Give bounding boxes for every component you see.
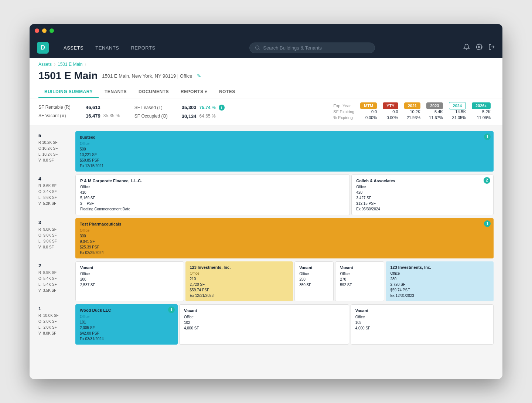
breadcrumb-assets[interactable]: Assets <box>38 62 52 67</box>
unit-2-0[interactable]: VacantOffice2002,537 SF <box>75 261 184 302</box>
tab-tenants[interactable]: TENANTS <box>99 86 133 98</box>
gear-icon[interactable] <box>476 44 482 52</box>
unit-2-2[interactable]: VacantOffice250350 SF <box>294 261 334 302</box>
sf-vacant-row: SF Vacant (V) 16,479 35.35 % <box>38 113 120 119</box>
unit-sub-2-1-2: 2,720 SF <box>190 282 289 287</box>
unit-name-2-2: Vacant <box>299 265 329 271</box>
unit-sub-4-1-1: 420 <box>356 190 489 195</box>
badge-2024[interactable]: 2024 <box>449 102 466 109</box>
badge-2026[interactable]: 2026+ <box>472 102 491 109</box>
unit-sub-2-4-2: 2,720 SF <box>390 282 489 287</box>
expiry-table: Exp. Year MTM YTY 2021 2023 2024 2026+ S… <box>330 103 494 121</box>
unit-name-5-0: buuteeq <box>80 134 489 140</box>
title-bar <box>30 24 502 37</box>
floor-units-2: VacantOffice2002,537 SF123 Investments, … <box>75 261 494 302</box>
sf-exp-2021: 10.2K <box>401 109 423 115</box>
unit-name-4-0: P & M Corporate Finance, L.L.C. <box>80 178 345 184</box>
sf-rentable-row: SF Rentable (R) 46,613 <box>38 105 120 110</box>
floor-stats-5: R 10.2K SF O 10.2K SF L 10.2K SF V 0.0 S… <box>38 140 75 163</box>
edit-icon[interactable]: ✎ <box>197 73 201 79</box>
unit-sub-4-1-4: Ex 05/30/2024 <box>356 206 489 212</box>
unit-name-2-1: 123 Investments, Inc. <box>190 264 289 271</box>
nav-bar: D ASSETS TENANTS REPORTS <box>30 37 502 58</box>
app-window: D ASSETS TENANTS REPORTS Asset <box>30 24 502 379</box>
unit-badge-1-0: 1 <box>168 307 175 313</box>
unit-sub-1-2-1: 103 <box>355 320 489 325</box>
sf-exp-2023: 5.4K <box>423 109 446 115</box>
badge-2021[interactable]: 2021 <box>404 102 420 109</box>
badge-mtm[interactable]: MTM <box>360 102 377 109</box>
search-input[interactable] <box>263 45 369 51</box>
unit-sub-2-0-0: Office <box>80 271 179 277</box>
unit-name-3-0: Test Pharmaceuticals <box>80 221 489 227</box>
info-icon[interactable]: i <box>219 105 225 111</box>
close-button[interactable] <box>35 28 39 33</box>
app-logo: D <box>37 42 49 54</box>
floor-units-4: P & M Corporate Finance, L.L.C.Office410… <box>75 175 494 216</box>
breadcrumb-building[interactable]: 1501 E Main <box>58 62 82 67</box>
unit-sub-1-0-1: 101 <box>80 319 173 325</box>
unit-1-0[interactable]: 1Wood Duck LLCOffice1012,005 SF$42.00 PS… <box>75 304 178 345</box>
floor-label-2: 2R 8.9K SF O 5.4K SF L 5.4K SF V 3.5K SF <box>38 261 75 302</box>
sf-exp-mtm: 0.0 <box>357 109 380 115</box>
unit-2-4[interactable]: 123 Investments, Inc.Office2802,720 SF$5… <box>386 261 494 302</box>
search-bar <box>176 43 449 53</box>
expiry-table-wrap: Exp. Year MTM YTY 2021 2023 2024 2026+ S… <box>330 103 494 121</box>
unit-2-3[interactable]: VacantOffice270592 SF <box>335 261 384 302</box>
unit-sub-2-1-1: 210 <box>190 276 289 282</box>
nav-assets[interactable]: ASSETS <box>58 42 89 54</box>
unit-sub-2-1-0: Office <box>190 271 289 276</box>
logout-icon[interactable] <box>488 44 495 52</box>
sf-exp-yty: 0.0 <box>380 109 401 115</box>
breadcrumb-sep1: › <box>54 62 55 67</box>
unit-sub-2-0-1: 200 <box>80 277 179 282</box>
unit-sub-3-0-4: Ex 02/29/2024 <box>80 250 489 255</box>
floor-stats-3: R 9.0K SF O 9.0K SF L 9.0K SF V 0.0 SF <box>38 227 75 250</box>
page-title: 1501 E Main <box>38 70 98 82</box>
tab-notes[interactable]: NOTES <box>213 86 241 98</box>
maximize-button[interactable] <box>50 28 54 33</box>
stat-group-left: SF Rentable (R) 46,613 SF Vacant (V) 16,… <box>38 105 120 119</box>
unit-4-1[interactable]: 2Colich & AssociatesOffice4203,427 SF$12… <box>351 175 494 216</box>
minimize-button[interactable] <box>42 28 47 33</box>
floor-stats-4: R 8.6K SF O 3.4K SF L 8.6K SF V 5.2K SF <box>38 183 75 207</box>
sf-leased-row: SF Leased (L) 35,303 75.74 % i <box>134 105 225 111</box>
pct-expiring-label: % Expiring <box>330 115 357 121</box>
unit-1-1[interactable]: VacantOffice1024,000 SF <box>179 304 349 345</box>
floor-stats-2: R 8.9K SF O 5.4K SF L 5.4K SF V 3.5K SF <box>38 270 75 294</box>
floor-map: 5R 10.2K SF O 10.2K SF L 10.2K SF V 0.0 … <box>30 125 502 350</box>
search-wrap <box>249 43 375 53</box>
pct-exp-2024: 31.05% <box>446 115 469 121</box>
nav-tenants[interactable]: TENANTS <box>89 42 125 54</box>
breadcrumb: Assets › 1501 E Main › <box>38 62 494 67</box>
floor-label-5: 5R 10.2K SF O 10.2K SF L 10.2K SF V 0.0 … <box>38 131 75 172</box>
tabs: BUILDING SUMMARY TENANTS DOCUMENTS REPOR… <box>38 86 494 98</box>
unit-4-0[interactable]: P & M Corporate Finance, L.L.C.Office410… <box>75 175 350 216</box>
tab-reports[interactable]: REPORTS ▾ <box>175 86 213 98</box>
pct-exp-2026: 11.09% <box>469 115 494 121</box>
unit-name-2-4: 123 Investments, Inc. <box>390 264 489 271</box>
bell-icon[interactable] <box>463 44 470 52</box>
unit-sub-4-0-2: 5,169 SF <box>80 195 345 201</box>
unit-5-0[interactable]: 1buuteeqOffice50010,221 SF$50.85 PSFEx 1… <box>75 131 494 172</box>
nav-reports[interactable]: REPORTS <box>125 42 161 54</box>
badge-2023[interactable]: 2023 <box>426 102 443 109</box>
badge-yty[interactable]: YTY <box>383 102 398 109</box>
pct-exp-2021: 21.93% <box>401 115 423 121</box>
nav-actions <box>463 44 495 52</box>
floor-4: 4R 8.6K SF O 3.4K SF L 8.6K SF V 5.2K SF… <box>38 175 494 216</box>
unit-sub-5-0-4: Ex 12/15/2021 <box>80 163 489 169</box>
tab-documents[interactable]: DOCUMENTS <box>133 86 175 98</box>
unit-sub-4-0-4: Floating Commencement Date <box>80 206 345 212</box>
sf-leased-pct: 75.74 % <box>200 105 216 110</box>
unit-sub-3-0-1: 300 <box>80 233 489 239</box>
unit-sub-4-0-0: Office <box>80 184 345 190</box>
sf-rentable-value: 46,613 <box>86 105 100 110</box>
unit-2-1[interactable]: 123 Investments, Inc.Office2102,720 SF$5… <box>185 261 293 302</box>
unit-sub-5-0-3: $50.85 PSF <box>80 158 489 163</box>
tab-building-summary[interactable]: BUILDING SUMMARY <box>38 86 99 98</box>
unit-3-0[interactable]: 1Test PharmaceuticalsOffice3009,041 SF$2… <box>75 218 494 258</box>
unit-sub-1-1-1: 102 <box>184 320 344 325</box>
unit-sub-3-0-3: $25.39 PSF <box>80 244 489 250</box>
unit-1-2[interactable]: VacantOffice1034,000 SF <box>351 304 494 345</box>
